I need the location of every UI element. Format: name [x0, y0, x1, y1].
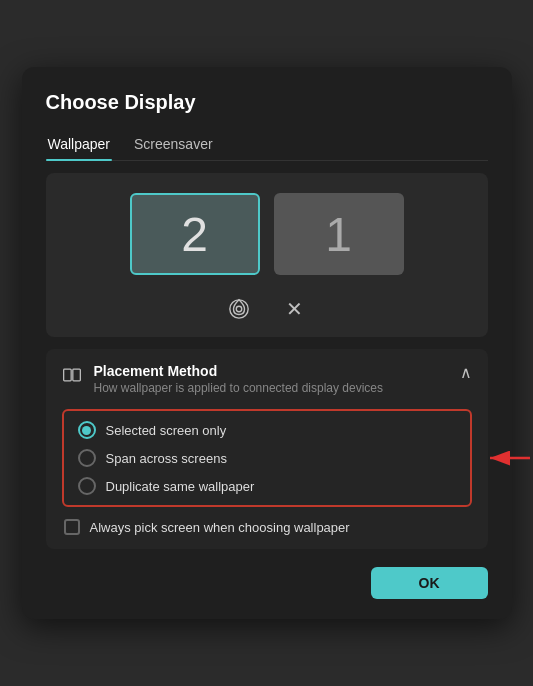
display-preview-area: 2 1 ✕: [46, 173, 488, 337]
screen-1-number: 1: [325, 207, 352, 262]
red-arrow-indicator: [482, 446, 532, 470]
screen-2-number: 2: [181, 207, 208, 262]
radio-duplicate-label: Duplicate same wallpaper: [106, 479, 255, 494]
section-header: Placement Method How wallpaper is applie…: [62, 363, 472, 395]
tab-wallpaper[interactable]: Wallpaper: [46, 130, 113, 160]
svg-point-0: [229, 300, 247, 318]
ok-button[interactable]: OK: [371, 567, 488, 599]
screen-2-card[interactable]: 2: [130, 193, 260, 275]
placement-subtitle: How wallpaper is applied to connected di…: [94, 381, 384, 395]
radio-span-label: Span across screens: [106, 451, 227, 466]
radio-selected-only-label: Selected screen only: [106, 423, 227, 438]
choose-display-dialog: Choose Display Wallpaper Screensaver 2 1…: [22, 67, 512, 619]
wallpaper-pick-icon[interactable]: [225, 295, 253, 323]
close-icon[interactable]: ✕: [281, 295, 309, 323]
always-pick-label: Always pick screen when choosing wallpap…: [90, 520, 350, 535]
svg-point-1: [236, 306, 242, 312]
radio-duplicate-circle: [78, 477, 96, 495]
radio-span-circle: [78, 449, 96, 467]
svg-rect-2: [63, 369, 70, 381]
placement-text: Placement Method How wallpaper is applie…: [94, 363, 384, 395]
radio-selected-only[interactable]: Selected screen only: [78, 421, 456, 439]
dialog-title: Choose Display: [46, 91, 488, 114]
placement-title: Placement Method: [94, 363, 384, 379]
svg-rect-3: [72, 369, 80, 381]
always-pick-checkbox[interactable]: [64, 519, 80, 535]
tab-screensaver[interactable]: Screensaver: [132, 130, 215, 160]
section-header-left: Placement Method How wallpaper is applie…: [62, 363, 384, 395]
display-icons-row: ✕: [225, 291, 309, 325]
radio-duplicate[interactable]: Duplicate same wallpaper: [78, 477, 456, 495]
placement-radio-group: Selected screen only Span across screens…: [62, 409, 472, 507]
collapse-chevron[interactable]: ∧: [460, 363, 472, 382]
screen-1-card[interactable]: 1: [274, 193, 404, 275]
radio-selected-only-circle: [78, 421, 96, 439]
radio-span[interactable]: Span across screens: [78, 449, 456, 467]
dialog-footer: OK: [46, 567, 488, 599]
placement-icon: [62, 365, 82, 390]
always-pick-row: Always pick screen when choosing wallpap…: [62, 519, 472, 535]
screens-row: 2 1: [130, 193, 404, 275]
tabs-bar: Wallpaper Screensaver: [46, 130, 488, 161]
placement-method-section: Placement Method How wallpaper is applie…: [46, 349, 488, 549]
